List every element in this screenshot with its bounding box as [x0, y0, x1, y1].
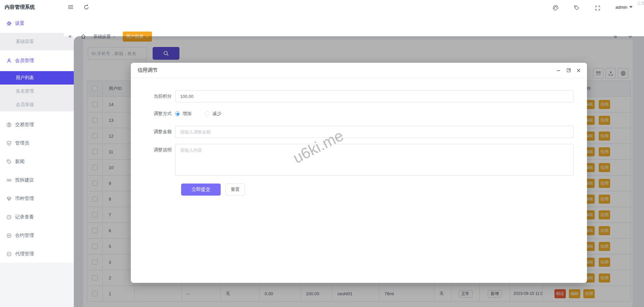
dollar-icon	[6, 122, 12, 127]
sidebar-item-label: 新闻	[15, 159, 24, 165]
radio-increase-label: 增加	[182, 111, 192, 117]
sidebar-item-label: 管理员	[15, 140, 29, 146]
agent-icon	[6, 251, 12, 257]
tag-icon[interactable]	[573, 4, 580, 11]
credit-adjust-modal: 信用调节 当前积分 调整方式 增加	[131, 63, 587, 283]
tag-icon	[6, 159, 12, 164]
sidebar-item-会员等级[interactable]: 会员等级	[0, 98, 74, 111]
sidebar-item-基础设置[interactable]: 基础设置	[0, 33, 74, 50]
adjust-amount-label: 调整金额	[131, 129, 175, 135]
modal-title: 信用调节	[138, 67, 551, 73]
palette-icon[interactable]	[552, 4, 559, 11]
app-window: 用户ID操作 14编辑信用13编辑信用12编辑信用11编辑信用10编辑信用9编辑…	[0, 0, 644, 307]
close-icon[interactable]	[576, 67, 582, 73]
current-score-input[interactable]	[175, 90, 574, 102]
sidebar-item-label: 币种管理	[15, 196, 34, 202]
top-header: 内容管理系统 admin 正版	[0, 0, 644, 14]
adjust-amount-input[interactable]	[175, 126, 574, 138]
modal-body: 当前积分 调整方式 增加 减少 调整金额	[131, 90, 587, 196]
fullscreen-icon[interactable]	[594, 4, 601, 12]
menu-spacer	[0, 111, 74, 115]
radio-unselected-icon	[205, 111, 210, 116]
radio-selected-icon	[175, 111, 180, 116]
page-background-strip	[0, 263, 74, 307]
sidebar-item-管理员[interactable]: 管理员	[0, 134, 74, 152]
sidebar-item-label: 投拆建议	[15, 177, 34, 183]
submit-button[interactable]: 立即提交	[181, 184, 221, 196]
link-icon	[6, 177, 12, 183]
minimize-icon[interactable]	[555, 67, 561, 73]
sidebar-item-label: 会员管理	[15, 58, 34, 64]
current-score-label: 当前积分	[131, 93, 175, 99]
reset-button[interactable]: 重置	[225, 184, 245, 196]
sidebar-item-新闻[interactable]: 新闻	[0, 152, 74, 171]
sidebar-item-label: 代理管理	[15, 251, 34, 257]
radio-increase[interactable]: 增加	[175, 111, 192, 117]
adjust-note-label: 调整说明	[131, 144, 175, 153]
sidebar-item-用户列表[interactable]: 用户列表	[0, 71, 74, 85]
chevrons-left-icon[interactable]: «	[68, 32, 71, 42]
caret-down-icon	[629, 6, 633, 8]
adjust-method-group: 增加 减少	[175, 110, 574, 117]
sidebar-item-合约管理[interactable]: 合约管理	[0, 226, 74, 245]
sidebar-item-记录查看[interactable]: 记录查看	[0, 208, 74, 226]
restore-icon[interactable]	[566, 67, 572, 73]
gem-icon	[6, 196, 12, 201]
sidebar-item-会员管理[interactable]: 会员管理	[0, 50, 74, 71]
user-menu[interactable]: admin	[615, 0, 633, 14]
adjust-note-textarea[interactable]	[175, 144, 574, 175]
tab-bar: « 基础设置×用户列表× »	[64, 14, 644, 36]
collapse-sidebar-icon[interactable]	[67, 3, 74, 11]
refresh-icon[interactable]	[83, 3, 90, 11]
sidebar-item-投拆建议[interactable]: 投拆建议	[0, 171, 74, 189]
radio-decrease-label: 减少	[212, 111, 221, 117]
sidebar-item-实名管理[interactable]: 实名管理	[0, 85, 74, 98]
sidebar: 设置基础设置会员管理用户列表实名管理会员等级交易管理管理员新闻投拆建议币种管理记…	[0, 14, 74, 263]
user-name: admin	[615, 5, 627, 10]
clock-icon	[6, 214, 12, 220]
user-icon	[6, 58, 12, 63]
sidebar-item-label: 设置	[15, 20, 24, 27]
contract-icon	[6, 233, 12, 238]
corner-watermark: 正版	[637, 1, 644, 6]
sidebar-item-label: 合约管理	[15, 233, 34, 239]
app-title: 内容管理系统	[5, 0, 35, 14]
modal-header: 信用调节	[131, 63, 587, 78]
sidebar-item-label: 交易管理	[15, 122, 34, 128]
sidebar-item-币种管理[interactable]: 币种管理	[0, 189, 74, 208]
sidebar-item-代理管理[interactable]: 代理管理	[0, 245, 74, 263]
adjust-method-label: 调整方式	[131, 111, 175, 117]
gear-icon	[6, 21, 12, 26]
shield-icon	[6, 141, 12, 146]
sidebar-item-交易管理[interactable]: 交易管理	[0, 115, 74, 134]
radio-decrease[interactable]: 减少	[205, 111, 221, 117]
sidebar-item-label: 记录查看	[15, 214, 34, 220]
sidebar-item-设置[interactable]: 设置	[0, 14, 74, 33]
